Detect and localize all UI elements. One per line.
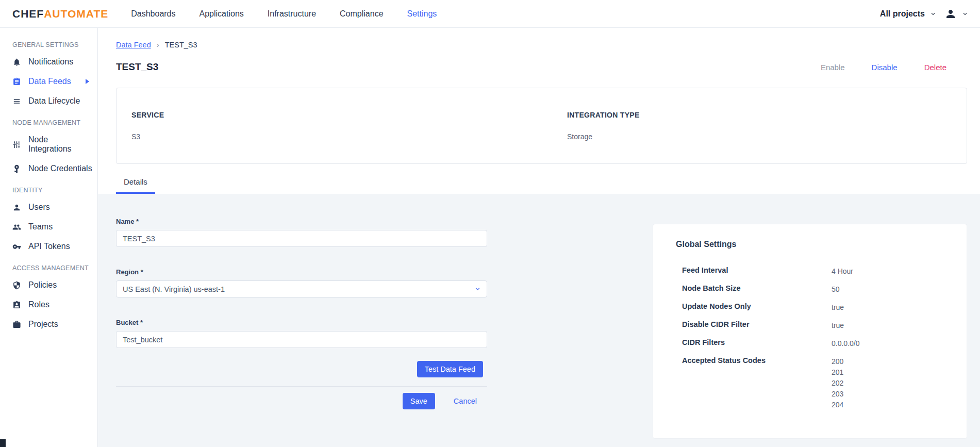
briefcase-icon xyxy=(12,320,21,329)
sidebar-item-notifications[interactable]: Notifications xyxy=(0,52,97,72)
test-data-feed-button[interactable]: Test Data Feed xyxy=(417,361,483,377)
sidebar-item-label: Data Feeds xyxy=(28,77,71,86)
header-right-group: All projects xyxy=(880,8,969,20)
setting-row-cidr-filters: CIDR Filters 0.0.0.0/0 xyxy=(682,338,951,349)
summary-service-column: SERVICE S3 xyxy=(117,111,567,163)
setting-row-disable-cidr-filter: Disable CIDR Filter true xyxy=(682,320,951,331)
breadcrumb-current: TEST_S3 xyxy=(165,41,197,49)
sidebar-item-roles[interactable]: Roles xyxy=(0,295,97,314)
shield-icon xyxy=(12,281,21,290)
key-vertical-icon xyxy=(12,164,21,173)
sidebar-item-node-integrations[interactable]: Node Integrations xyxy=(0,130,97,159)
cancel-button[interactable]: Cancel xyxy=(454,397,477,405)
status-code: 204 xyxy=(832,400,843,410)
person-icon xyxy=(12,203,21,212)
service-summary-card: SERVICE S3 INTEGRATION TYPE Storage xyxy=(116,88,967,164)
nav-applications[interactable]: Applications xyxy=(200,9,244,19)
primary-nav: Dashboards Applications Infrastructure C… xyxy=(131,9,437,19)
logo-chef: CHEF xyxy=(12,8,44,20)
setting-value: 4 Hour xyxy=(832,266,853,277)
chevron-down-icon[interactable] xyxy=(929,10,937,18)
bell-icon xyxy=(12,58,21,67)
key-icon xyxy=(12,242,21,251)
chef-automate-logo[interactable]: CHEFAUTOMATE xyxy=(12,8,108,20)
global-settings-title: Global Settings xyxy=(676,240,951,249)
status-code: 203 xyxy=(832,389,843,400)
setting-value: 50 xyxy=(832,284,840,295)
setting-row-node-batch-size: Node Batch Size 50 xyxy=(682,284,951,295)
region-selected-value: US East (N. Virginia) us-east-1 xyxy=(123,285,225,293)
sidebar-item-label: Notifications xyxy=(28,57,73,67)
service-value: S3 xyxy=(131,133,567,141)
region-select[interactable]: US East (N. Virginia) us-east-1 xyxy=(116,280,487,297)
clipboard-icon xyxy=(12,77,21,86)
sidebar-item-label: API Tokens xyxy=(28,242,70,251)
sidebar-item-projects[interactable]: Projects xyxy=(0,314,97,334)
sidebar-item-api-tokens[interactable]: API Tokens xyxy=(0,237,97,256)
setting-row-update-nodes-only: Update Nodes Only true xyxy=(682,302,951,313)
sidebar-item-node-credentials[interactable]: Node Credentials xyxy=(0,159,97,178)
tab-bar: Details xyxy=(116,177,967,194)
nav-settings[interactable]: Settings xyxy=(407,9,437,19)
feed-actions: Enable Disable Delete xyxy=(821,63,967,72)
disable-button[interactable]: Disable xyxy=(872,63,898,72)
list-icon xyxy=(12,97,21,106)
sidebar-section-identity: IDENTITY xyxy=(0,178,97,197)
top-navbar: CHEFAUTOMATE Dashboards Applications Inf… xyxy=(0,0,980,28)
main-content: Data Feed › TEST_S3 TEST_S3 Enable Disab… xyxy=(98,28,980,447)
breadcrumb-data-feed-link[interactable]: Data Feed xyxy=(116,41,151,49)
sidebar-item-label: Teams xyxy=(28,222,53,231)
badge-icon xyxy=(12,301,21,309)
sidebar-item-label: Roles xyxy=(28,300,49,309)
sliders-icon xyxy=(12,140,21,149)
integration-type-value: Storage xyxy=(567,133,967,141)
name-input[interactable] xyxy=(116,230,487,247)
chevron-down-icon[interactable] xyxy=(961,10,969,18)
global-settings-panel: Global Settings Feed Interval 4 Hour Nod… xyxy=(653,224,967,439)
service-header: SERVICE xyxy=(131,111,567,119)
form-divider xyxy=(116,386,487,387)
nav-dashboards[interactable]: Dashboards xyxy=(131,9,175,19)
settings-sidebar: GENERAL SETTINGS Notifications Data Feed… xyxy=(0,28,98,447)
sidebar-item-data-lifecycle[interactable]: Data Lifecycle xyxy=(0,91,97,111)
sidebar-item-users[interactable]: Users xyxy=(0,197,97,217)
tab-details[interactable]: Details xyxy=(116,177,155,194)
delete-button[interactable]: Delete xyxy=(924,63,946,72)
chevron-down-icon xyxy=(474,285,481,293)
nav-infrastructure[interactable]: Infrastructure xyxy=(268,9,316,19)
sidebar-section-general-settings: GENERAL SETTINGS xyxy=(0,33,97,52)
sidebar-item-label: Users xyxy=(28,203,50,212)
projects-filter-button[interactable]: All projects xyxy=(880,9,925,19)
name-field-label: Name * xyxy=(116,218,487,225)
bucket-input[interactable] xyxy=(116,331,487,348)
breadcrumb: Data Feed › TEST_S3 xyxy=(116,40,967,49)
setting-row-accepted-status-codes: Accepted Status Codes 200 201 202 203 20… xyxy=(682,356,951,410)
sidebar-item-teams[interactable]: Teams xyxy=(0,217,97,237)
setting-row-feed-interval: Feed Interval 4 Hour xyxy=(682,266,951,277)
region-field-label: Region * xyxy=(116,268,487,276)
bucket-field-label: Bucket * xyxy=(116,319,487,326)
active-arrow-icon xyxy=(86,79,89,84)
sidebar-item-data-feeds[interactable]: Data Feeds xyxy=(0,72,97,91)
user-profile-icon[interactable] xyxy=(944,8,957,20)
setting-value: true xyxy=(832,320,844,331)
breadcrumb-separator: › xyxy=(157,40,159,49)
sidebar-item-policies[interactable]: Policies xyxy=(0,275,97,295)
logo-automate: AUTOMATE xyxy=(44,8,108,20)
sidebar-section-access-management: ACCESS MANAGEMENT xyxy=(0,256,97,275)
sidebar-item-label: Node Integrations xyxy=(28,135,92,154)
corner-block xyxy=(0,439,6,447)
integration-type-header: INTEGRATION TYPE xyxy=(567,111,967,119)
nav-compliance[interactable]: Compliance xyxy=(340,9,383,19)
setting-value: 0.0.0.0/0 xyxy=(832,338,860,349)
sidebar-item-label: Data Lifecycle xyxy=(28,96,80,106)
data-feed-form: Name * Region * US East (N. Virginia) us… xyxy=(116,218,487,447)
people-icon xyxy=(12,223,21,231)
enable-button[interactable]: Enable xyxy=(821,63,845,72)
status-code: 200 xyxy=(832,356,843,367)
save-button[interactable]: Save xyxy=(403,393,435,409)
page-title: TEST_S3 xyxy=(116,61,158,73)
sidebar-section-node-management: NODE MANAGEMENT xyxy=(0,111,97,130)
sidebar-item-label: Projects xyxy=(28,320,58,329)
summary-integration-column: INTEGRATION TYPE Storage xyxy=(567,111,967,163)
